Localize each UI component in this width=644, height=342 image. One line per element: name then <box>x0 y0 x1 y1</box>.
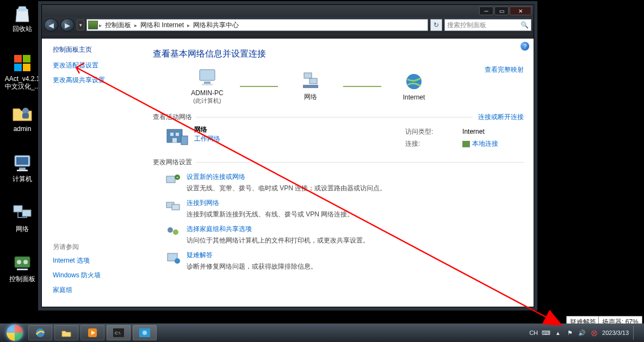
view-full-map-link[interactable]: 查看完整映射 <box>485 65 524 74</box>
task-link[interactable]: 连接到网络 <box>187 198 354 208</box>
desktop-icon-computer[interactable]: 计算机 <box>3 152 41 183</box>
desktop-icon-label: 计算机 <box>3 175 41 183</box>
desktop-icon-recycle-bin[interactable]: 回收站 <box>3 2 41 33</box>
desktop-icon-label: 网络 <box>3 225 41 233</box>
show-desktop-button[interactable] <box>633 326 637 340</box>
network-category-link[interactable]: 工作网络 <box>194 134 399 144</box>
svg-text:C:\: C:\ <box>115 331 121 335</box>
svg-rect-33 <box>172 204 179 210</box>
task-link[interactable]: 设置新的连接或网络 <box>187 172 386 182</box>
taskbar[interactable]: C:\ CH ⌨ ▴ ⚑ 🔊 ⨂ 2023/3/13 <box>0 324 644 342</box>
svg-rect-19 <box>202 84 213 85</box>
globe-icon <box>403 72 425 91</box>
minimize-button[interactable]: ─ <box>479 7 493 15</box>
svg-rect-12 <box>22 210 31 216</box>
desktop-icon-admin-folder[interactable]: admin <box>3 102 41 133</box>
svg-rect-1 <box>14 55 22 63</box>
local-connection-link[interactable]: 本地连接 <box>472 140 498 147</box>
svg-rect-21 <box>309 78 317 84</box>
command-bar <box>42 33 534 39</box>
svg-rect-22 <box>303 85 318 88</box>
desktop-icon-control-panel[interactable]: 控制面板 <box>3 252 41 283</box>
svg-rect-29 <box>166 176 175 183</box>
breadcrumb-current[interactable]: 网络和共享中心 <box>191 21 241 30</box>
setup-connection-icon: + <box>165 172 181 186</box>
connect-disconnect-link[interactable]: 连接或断开连接 <box>478 113 524 122</box>
taskbar-item-explorer[interactable] <box>54 325 78 340</box>
map-this-pc[interactable]: ADMIN-PC (此计算机) <box>175 67 240 105</box>
homegroup-link[interactable]: 家庭组 <box>53 285 140 295</box>
map-connector <box>240 86 278 87</box>
tray-chevron-icon[interactable]: ▴ <box>554 329 562 337</box>
desktop-icon-label: 回收站 <box>3 25 41 33</box>
help-button[interactable]: ? <box>521 42 529 51</box>
recycle-bin-icon <box>11 2 33 24</box>
task-setup-connection[interactable]: + 设置新的连接或网络 设置无线、宽带、拨号、临时或 VPN 连接；或设置路由器… <box>165 172 524 193</box>
maximize-button[interactable]: ▭ <box>494 7 509 15</box>
desktop-icon-network[interactable]: 网络 <box>3 202 41 233</box>
desktop-icon-aact[interactable]: AAct_v4.2.1 中文汉化_... <box>3 52 41 90</box>
breadcrumb-root[interactable]: 控制面板 <box>103 21 133 30</box>
action-center-icon[interactable]: ⚑ <box>566 329 574 337</box>
page-title: 查看基本网络信息并设置连接 <box>153 48 524 60</box>
svg-rect-25 <box>170 133 174 136</box>
control-panel-icon <box>11 252 33 274</box>
task-link[interactable]: 疑难解答 <box>187 251 317 260</box>
ime-indicator[interactable]: CH <box>529 329 538 336</box>
change-adapter-settings-link[interactable]: 更改适配器设置 <box>53 61 140 70</box>
task-link[interactable]: 选择家庭组和共享选项 <box>187 225 369 234</box>
svg-point-0 <box>16 8 28 11</box>
svg-rect-27 <box>172 138 177 142</box>
svg-point-37 <box>175 258 180 264</box>
map-internet[interactable]: Internet <box>381 72 447 101</box>
start-orb-icon <box>7 325 23 341</box>
computer-icon <box>196 67 218 87</box>
svg-rect-8 <box>16 157 28 165</box>
map-connector <box>343 86 381 87</box>
keyboard-icon[interactable]: ⌨ <box>542 329 550 337</box>
start-button[interactable] <box>3 324 26 342</box>
taskbar-item-app[interactable] <box>133 325 157 340</box>
back-button[interactable]: ◀ <box>44 18 58 32</box>
troubleshoot-icon <box>165 251 181 265</box>
task-troubleshoot[interactable]: 疑难解答 诊断并修复网络问题，或获得故障排除信息。 <box>165 251 524 271</box>
history-dropdown-button[interactable]: ▾ <box>77 20 84 30</box>
breadcrumb-sep-icon: ▸ <box>99 22 102 28</box>
svg-rect-10 <box>17 170 28 171</box>
taskbar-item-ie[interactable] <box>28 325 52 340</box>
access-type-value: Internet <box>462 126 523 137</box>
forward-button[interactable]: ▶ <box>60 18 75 32</box>
refresh-button[interactable]: ↻ <box>430 19 442 31</box>
change-advanced-sharing-link[interactable]: 更改高级共享设置 <box>53 76 140 85</box>
taskbar-item-media[interactable] <box>81 325 104 340</box>
svg-text:+: + <box>176 175 179 180</box>
network-hub-icon <box>300 71 321 90</box>
sidebar-home-link[interactable]: 控制面板主页 <box>53 45 140 54</box>
task-desc: 诊断并修复网络问题，或获得故障排除信息。 <box>187 262 317 271</box>
sidebar: 控制面板主页 更改适配器设置 更改高级共享设置 另请参阅 Internet 选项… <box>42 39 146 307</box>
homegroup-icon <box>165 225 181 239</box>
svg-rect-2 <box>23 55 30 63</box>
close-button[interactable]: ✕ <box>510 7 531 15</box>
network-map: ADMIN-PC (此计算机) 网络 Internet 查 <box>175 67 524 105</box>
search-input[interactable]: 搜索控制面板 🔍 <box>444 19 531 31</box>
svg-rect-16 <box>17 269 28 270</box>
breadcrumb-category[interactable]: 网络和 Internet <box>138 21 186 30</box>
lan-icon <box>462 141 470 147</box>
map-network[interactable]: 网络 <box>278 71 343 102</box>
task-connect-network[interactable]: 连接到网络 连接到或重新连接到无线、有线、拨号或 VPN 网络连接。 <box>165 198 524 219</box>
svg-point-34 <box>168 227 173 233</box>
address-bar[interactable]: ▸ 控制面板 ▸ 网络和 Internet ▸ 网络和共享中心 <box>86 19 428 31</box>
taskbar-item-cmd[interactable]: C:\ <box>107 325 131 340</box>
change-settings-section: 更改网络设置 + 设置新的连接或网络 设置无线、宽带、拨号、临时或 VPN 连接… <box>153 158 524 271</box>
task-homegroup-sharing[interactable]: 选择家庭组和共享选项 访问位于其他网络计算机上的文件和打印机，或更改共享设置。 <box>165 225 524 245</box>
internet-options-link[interactable]: Internet 选项 <box>53 256 140 265</box>
windows-firewall-link[interactable]: Windows 防火墙 <box>53 271 140 280</box>
volume-icon[interactable]: 🔊 <box>578 329 586 337</box>
network-category-icon <box>165 125 189 147</box>
window-titlebar[interactable]: ─ ▭ ✕ <box>42 5 534 17</box>
active-networks-section: 查看活动网络 连接或断开连接 网络 工作网络 访问类型: <box>153 113 524 150</box>
svg-rect-4 <box>23 64 30 71</box>
tray-date[interactable]: 2023/3/13 <box>602 329 629 336</box>
network-tray-icon[interactable]: ⨂ <box>590 329 598 337</box>
